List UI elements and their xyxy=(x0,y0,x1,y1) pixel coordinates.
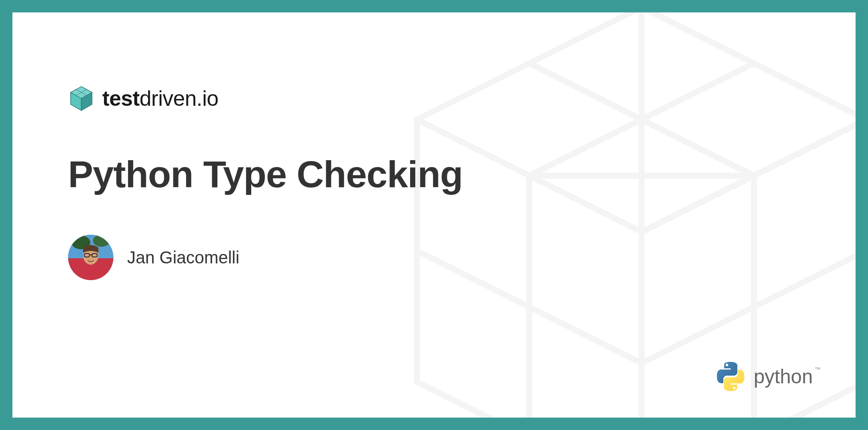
svg-point-12 xyxy=(725,364,728,366)
svg-point-13 xyxy=(733,387,735,389)
technology-name: python ™ xyxy=(754,365,813,388)
brand-logo: testdriven.io xyxy=(68,85,856,112)
brand-name-bold: test xyxy=(102,87,140,110)
testdriven-cube-icon xyxy=(68,85,95,112)
brand-name: testdriven.io xyxy=(102,86,218,111)
author-name: Jan Giacomelli xyxy=(127,248,239,267)
banner-card: testdriven.io Python Type Checking xyxy=(12,12,856,418)
content-area: testdriven.io Python Type Checking xyxy=(12,12,856,280)
author-avatar xyxy=(68,235,113,280)
trademark-symbol: ™ xyxy=(814,366,820,373)
svg-point-6 xyxy=(93,235,110,247)
python-icon xyxy=(715,361,746,392)
author-byline: Jan Giacomelli xyxy=(68,235,856,280)
brand-name-light: driven.io xyxy=(140,87,219,110)
page-title: Python Type Checking xyxy=(68,152,856,196)
technology-badge: python ™ xyxy=(715,361,813,392)
